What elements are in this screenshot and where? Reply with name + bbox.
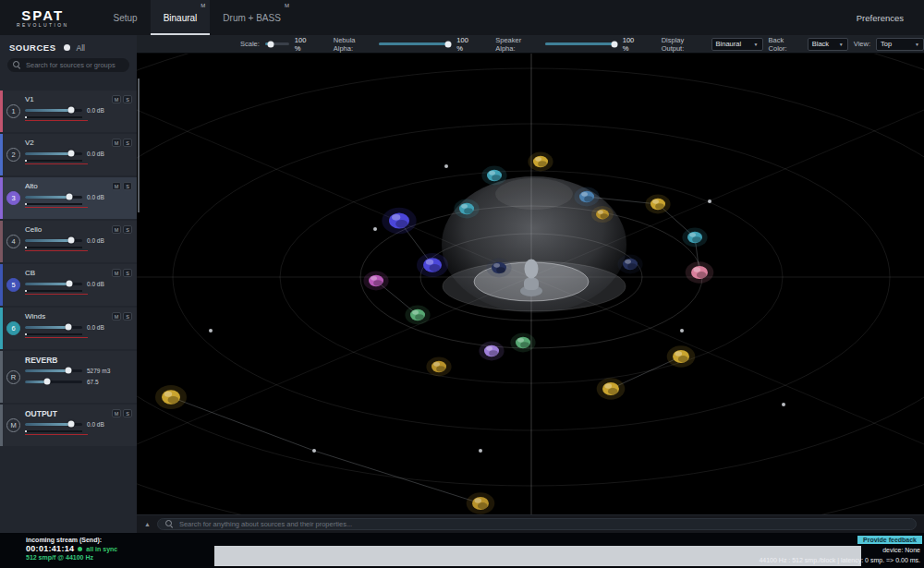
scene-source-object[interactable]	[382, 208, 416, 235]
solo-button[interactable]: S	[123, 139, 132, 147]
source-level-slider[interactable]	[25, 109, 82, 112]
scene-source-object[interactable]	[667, 345, 696, 367]
scene-source-object[interactable]	[645, 195, 670, 214]
scene-source-object[interactable]	[574, 187, 599, 207]
global-search-input[interactable]: Search for anything about sources and th…	[157, 518, 917, 530]
mute-button[interactable]: M	[112, 182, 121, 190]
nebula-alpha-slider[interactable]	[379, 42, 451, 45]
scene-source-object[interactable]	[405, 306, 430, 325]
source-number-badge[interactable]: 5	[6, 278, 20, 292]
solo-button[interactable]: S	[123, 409, 132, 417]
stream-label: incoming stream (Send):	[26, 537, 117, 543]
level-meter	[25, 290, 91, 296]
solo-button[interactable]: S	[123, 95, 132, 103]
scene-source-object[interactable]	[591, 206, 614, 223]
view-dropdown[interactable]: Top ▼	[876, 38, 924, 51]
source-name: Cello	[25, 225, 42, 234]
preferences-button[interactable]: Preferences	[857, 13, 904, 23]
source-item-v1[interactable]: 1 V1 M S 0.0 dB	[0, 91, 137, 132]
status-bar: incoming stream (Send): 00:01:41:14 all …	[0, 533, 924, 568]
scene-source-object[interactable]	[479, 342, 504, 361]
scene-source-object[interactable]	[426, 357, 451, 377]
source-value: 0.0 dB	[87, 281, 104, 287]
sources-toggle[interactable]	[64, 44, 70, 51]
scene-source-object[interactable]	[417, 253, 448, 277]
sample-info: 512 smp/f @ 44100 Hz	[26, 554, 117, 561]
scene-source-object[interactable]	[454, 199, 479, 219]
scene-source-object[interactable]	[467, 492, 495, 514]
source-name: V1	[25, 95, 34, 103]
scene-source-object[interactable]	[686, 261, 714, 283]
source-item-reverb[interactable]: R REVERB 5279 m3 67.5	[0, 351, 137, 403]
source-value: 0.0 dB	[87, 324, 104, 331]
scene-source-object[interactable]	[682, 228, 707, 248]
source-level-slider[interactable]	[25, 369, 82, 372]
source-level-slider[interactable]	[25, 381, 82, 383]
collapse-arrow-icon[interactable]: ▲	[144, 521, 151, 527]
source-item-cello[interactable]: 4 Cello M S 0.0 dB	[0, 221, 137, 262]
back-color-dropdown[interactable]: Black ▼	[808, 38, 848, 51]
scene-source-object[interactable]	[155, 385, 187, 409]
source-name: Alto	[25, 182, 38, 190]
source-number-badge[interactable]: M	[6, 418, 20, 432]
scene-source-object[interactable]	[363, 272, 388, 291]
sync-status: all in sync	[86, 546, 117, 552]
source-color-stripe	[0, 351, 3, 403]
source-item-v2[interactable]: 2 V2 M S 0.0 dB	[0, 134, 137, 175]
tab-binaural[interactable]: Binaural M	[151, 0, 211, 35]
source-number-badge[interactable]: 2	[6, 148, 20, 162]
source-level-slider[interactable]	[25, 196, 82, 199]
scene-source-object[interactable]	[597, 378, 626, 399]
source-item-output[interactable]: M OUTPUT M S 0.0 dB	[0, 405, 137, 446]
source-color-stripe	[0, 177, 3, 219]
scale-slider[interactable]	[265, 42, 289, 45]
source-level-slider[interactable]	[25, 326, 82, 329]
engine-info: 44100 Hz : 512 smp./block | latency: 0 s…	[759, 557, 920, 563]
stream-status: incoming stream (Send): 00:01:41:14 all …	[26, 537, 117, 561]
display-output-label: Display Output:	[662, 36, 706, 53]
solo-button[interactable]: S	[123, 269, 132, 277]
scene-source-object[interactable]	[617, 255, 642, 274]
scene-source-object[interactable]	[486, 259, 511, 278]
mute-button[interactable]: M	[112, 409, 121, 417]
mute-button[interactable]: M	[112, 95, 121, 103]
solo-button[interactable]: S	[123, 225, 132, 234]
mute-button[interactable]: M	[112, 312, 121, 320]
solo-button[interactable]: S	[123, 182, 132, 190]
source-value: 0.0 dB	[87, 151, 104, 157]
mute-button[interactable]: M	[112, 269, 121, 277]
3d-scene[interactable]	[137, 54, 924, 514]
source-number-badge[interactable]: 6	[6, 321, 20, 335]
source-number-badge[interactable]: 4	[6, 235, 20, 248]
source-number-badge[interactable]: R	[6, 370, 20, 384]
source-item-winds[interactable]: 6 Winds M S 0.0 dB	[0, 308, 137, 349]
source-level-slider[interactable]	[25, 152, 82, 155]
view-scrollbar[interactable]	[138, 79, 140, 212]
mute-button[interactable]: M	[112, 139, 121, 147]
level-meter	[25, 333, 91, 340]
all-filter[interactable]: All	[76, 43, 84, 53]
source-level-slider[interactable]	[25, 239, 82, 242]
provide-feedback-button[interactable]: Provide feedback	[857, 536, 922, 544]
scene-source-object[interactable]	[481, 166, 506, 186]
sources-sidebar: SOURCES All Search for sources or groups…	[0, 35, 137, 533]
source-item-cb[interactable]: 5 CB M S 0.0 dB	[0, 264, 137, 306]
tab-drum-bass[interactable]: Drum + BASS M	[210, 0, 294, 35]
source-level-slider[interactable]	[25, 283, 82, 285]
source-number-badge[interactable]: 1	[6, 104, 20, 118]
search-icon	[13, 61, 21, 69]
tab-setup[interactable]: Setup	[101, 0, 151, 35]
mute-button[interactable]: M	[112, 225, 121, 234]
source-level-slider[interactable]	[25, 423, 82, 426]
scene-source-object[interactable]	[528, 152, 553, 172]
source-item-alto[interactable]: 3 Alto M S 0.0 dB	[0, 177, 137, 219]
scene-source-object[interactable]	[510, 333, 535, 353]
speaker-alpha-value: 100 %	[623, 36, 641, 53]
solo-button[interactable]: S	[123, 312, 132, 320]
source-number-badge[interactable]: 3	[6, 191, 20, 205]
speaker-alpha-slider[interactable]	[545, 42, 617, 45]
sources-search-input[interactable]: Search for sources or groups	[7, 58, 129, 72]
display-output-dropdown[interactable]: Binaural ▼	[711, 38, 763, 51]
chevron-down-icon: ▼	[915, 42, 919, 47]
spatial-3d-view[interactable]	[137, 54, 924, 514]
